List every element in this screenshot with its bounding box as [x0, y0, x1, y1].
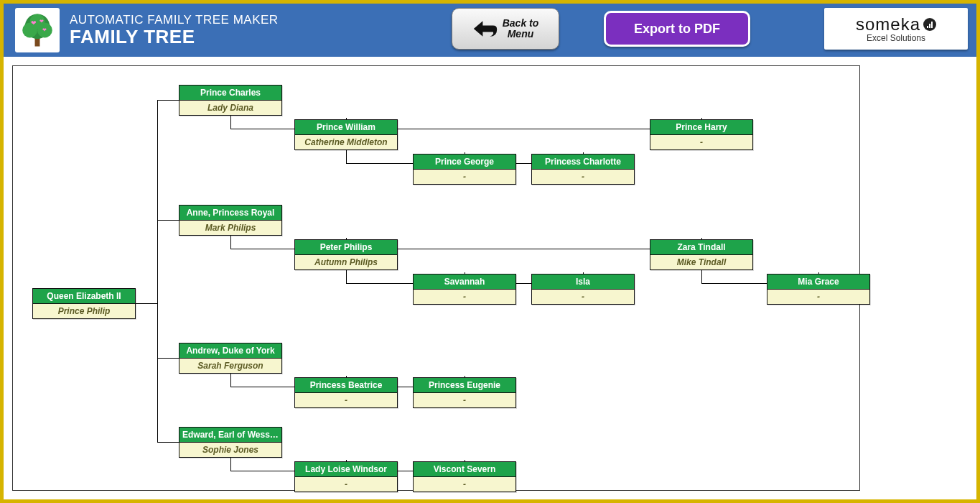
connector [230, 372, 231, 387]
connector [136, 303, 157, 304]
node-secondary: - [767, 289, 869, 304]
node-primary: Queen Elizabeth II [33, 289, 135, 303]
connector [157, 358, 179, 359]
node-primary: Isla [532, 274, 634, 289]
app-frame: ❤ ❤ ❤ AUTOMATIC FAMILY TREE MAKER FAMILY… [0, 0, 980, 503]
tree-icon: ❤ ❤ ❤ [19, 11, 56, 49]
connector [157, 220, 179, 221]
node-mia[interactable]: Mia Grace - [767, 274, 870, 305]
node-william[interactable]: Prince William Catherine Middleton [294, 119, 398, 150]
connector [230, 114, 231, 129]
node-secondary: - [414, 392, 515, 407]
node-viscont[interactable]: Viscont Severn - [413, 461, 516, 492]
node-secondary: Lady Diana [179, 100, 281, 115]
node-andrew[interactable]: Andrew, Duke of York Sarah Ferguson [179, 343, 282, 374]
connector [157, 442, 179, 443]
node-secondary: Sophie Jones [179, 442, 281, 457]
node-eugenie[interactable]: Princess Eugenie - [413, 377, 516, 408]
node-beatrice[interactable]: Princess Beatrice - [294, 377, 398, 408]
node-primary: Prince William [295, 120, 397, 134]
export-pdf-button[interactable]: Export to PDF [604, 11, 750, 47]
brand-name-text: someka [856, 14, 920, 34]
node-isla[interactable]: Isla - [531, 274, 635, 305]
brand-name-row: someka [856, 14, 936, 34]
tree-canvas: Queen Elizabeth II Prince Philip Prince … [12, 65, 968, 491]
node-edward[interactable]: Edward, Earl of Wessex Sophie Jones [179, 427, 282, 458]
node-primary: Andrew, Duke of York [179, 343, 281, 358]
svg-text:❤: ❤ [39, 19, 44, 24]
svg-text:❤: ❤ [31, 19, 37, 27]
svg-text:❤: ❤ [42, 27, 47, 32]
node-charlotte[interactable]: Princess Charlotte - [531, 154, 635, 185]
back-button-label: Back to Menu [503, 18, 539, 39]
node-primary: Lady Loise Windsor [295, 462, 397, 476]
node-primary: Zara Tindall [650, 240, 752, 254]
node-secondary: - [414, 476, 515, 492]
node-primary: Prince Charles [179, 86, 281, 100]
back-to-menu-button[interactable]: Back to Menu [452, 8, 559, 50]
header-titles: AUTOMATIC FAMILY TREE MAKER FAMILY TREE [70, 13, 279, 48]
app-logo-tile: ❤ ❤ ❤ [15, 8, 60, 52]
header-subtitle: AUTOMATIC FAMILY TREE MAKER [70, 13, 279, 27]
node-george[interactable]: Prince George - [413, 154, 516, 185]
node-primary: Princess Eugenie [414, 378, 515, 392]
node-primary: Savannah [414, 274, 515, 289]
node-secondary: - [532, 289, 634, 304]
node-secondary: Autumn Philips [295, 254, 397, 269]
connector [157, 100, 158, 442]
node-anne[interactable]: Anne, Princess Royal Mark Philips [179, 205, 282, 236]
node-secondary: - [414, 289, 515, 304]
node-secondary: Sarah Ferguson [179, 358, 281, 373]
node-secondary: - [295, 476, 397, 492]
node-primary: Princess Charlotte [532, 154, 634, 169]
header-bar: ❤ ❤ ❤ AUTOMATIC FAMILY TREE MAKER FAMILY… [4, 4, 976, 57]
node-primary: Peter Philips [295, 240, 397, 254]
node-root[interactable]: Queen Elizabeth II Prince Philip [32, 288, 136, 319]
node-secondary: Catherine Middleton [295, 134, 397, 149]
connector [157, 100, 179, 101]
node-primary: Prince George [414, 154, 515, 169]
node-secondary: Mike Tindall [650, 254, 752, 269]
header-title: FAMILY TREE [70, 26, 279, 48]
node-zara[interactable]: Zara Tindall Mike Tindall [650, 239, 753, 270]
connector [230, 234, 231, 249]
brand-logo-tile: someka Excel Solutions [824, 8, 968, 50]
node-loise[interactable]: Lady Loise Windsor - [294, 461, 398, 492]
node-primary: Prince Harry [650, 120, 752, 134]
connector [701, 269, 702, 283]
connector [230, 456, 231, 471]
node-charles[interactable]: Prince Charles Lady Diana [179, 85, 282, 116]
back-arrow-icon [472, 18, 498, 40]
node-secondary: Mark Philips [179, 220, 281, 235]
connector [346, 149, 347, 163]
node-secondary: - [295, 392, 397, 407]
node-savannah[interactable]: Savannah - [413, 274, 516, 305]
node-primary: Mia Grace [767, 274, 869, 289]
node-primary: Anne, Princess Royal [179, 206, 281, 220]
node-primary: Viscont Severn [414, 462, 515, 476]
node-secondary: - [414, 169, 515, 184]
brand-dot-icon [923, 18, 936, 31]
node-secondary: Prince Philip [33, 303, 135, 318]
node-primary: Edward, Earl of Wessex [179, 428, 281, 442]
export-button-label: Export to PDF [634, 22, 720, 37]
node-peter[interactable]: Peter Philips Autumn Philips [294, 239, 398, 270]
node-secondary: - [532, 169, 634, 184]
connector [346, 269, 347, 283]
node-secondary: - [650, 134, 752, 149]
canvas-wrap: Queen Elizabeth II Prince Philip Prince … [12, 65, 968, 491]
brand-subtitle: Excel Solutions [867, 33, 925, 43]
node-harry[interactable]: Prince Harry - [650, 119, 753, 150]
node-primary: Princess Beatrice [295, 378, 397, 392]
